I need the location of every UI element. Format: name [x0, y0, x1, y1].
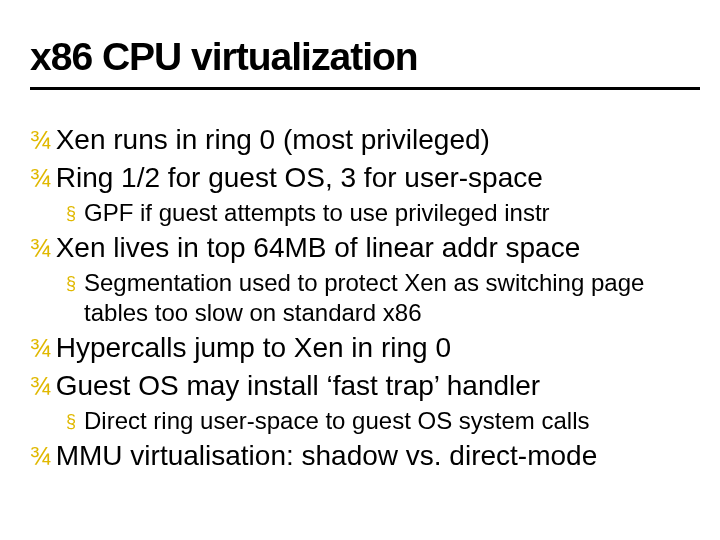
bullet-icon: ¾	[30, 368, 52, 404]
bullet-icon: ¾	[30, 330, 52, 366]
list-subitem: § Segmentation used to protect Xen as sw…	[66, 268, 700, 328]
bullet-icon: ¾	[30, 230, 52, 266]
slide-title: x86 CPU virtualization	[30, 35, 700, 90]
subbullet-icon: §	[66, 268, 76, 298]
list-item: ¾ Hypercalls jump to Xen in ring 0	[30, 330, 700, 366]
list-item: ¾ Guest OS may install ‘fast trap’ handl…	[30, 368, 700, 404]
bullet-text: Ring 1/2 for guest OS, 3 for user-space	[56, 160, 543, 196]
slide: x86 CPU virtualization ¾ Xen runs in rin…	[0, 0, 720, 540]
subbullet-text: GPF if guest attempts to use privileged …	[84, 198, 550, 228]
subbullet-icon: §	[66, 406, 76, 436]
bullet-icon: ¾	[30, 438, 52, 474]
bullet-text: MMU virtualisation: shadow vs. direct-mo…	[56, 438, 598, 474]
bullet-list: ¾ Xen runs in ring 0 (most privileged) ¾…	[30, 122, 700, 474]
list-item: ¾ Ring 1/2 for guest OS, 3 for user-spac…	[30, 160, 700, 196]
list-item: ¾ MMU virtualisation: shadow vs. direct-…	[30, 438, 700, 474]
bullet-icon: ¾	[30, 160, 52, 196]
list-subitem: § GPF if guest attempts to use privilege…	[66, 198, 700, 228]
subbullet-text: Segmentation used to protect Xen as swit…	[84, 268, 700, 328]
bullet-text: Guest OS may install ‘fast trap’ handler	[56, 368, 541, 404]
bullet-text: Xen runs in ring 0 (most privileged)	[56, 122, 490, 158]
subbullet-text: Direct ring user-space to guest OS syste…	[84, 406, 590, 436]
list-subitem: § Direct ring user-space to guest OS sys…	[66, 406, 700, 436]
subbullet-icon: §	[66, 198, 76, 228]
list-item: ¾ Xen runs in ring 0 (most privileged)	[30, 122, 700, 158]
list-item: ¾ Xen lives in top 64MB of linear addr s…	[30, 230, 700, 266]
bullet-text: Hypercalls jump to Xen in ring 0	[56, 330, 451, 366]
bullet-text: Xen lives in top 64MB of linear addr spa…	[56, 230, 581, 266]
bullet-icon: ¾	[30, 122, 52, 158]
